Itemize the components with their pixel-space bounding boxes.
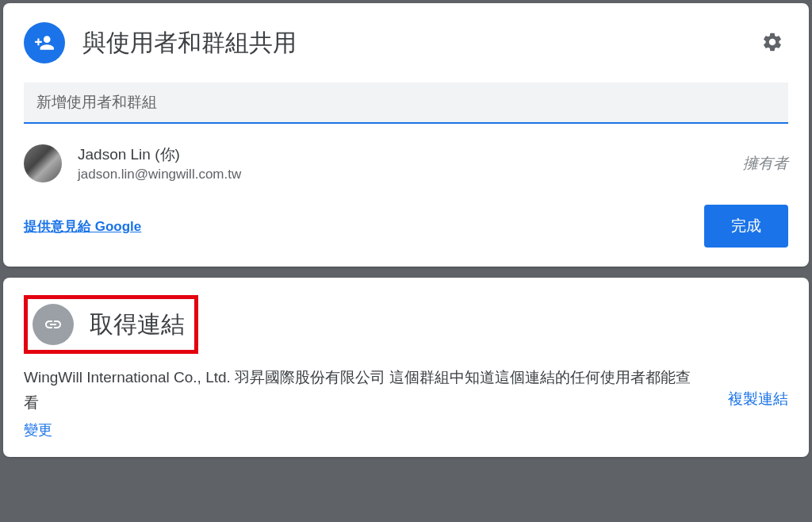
link-icon [33, 304, 74, 345]
change-link[interactable]: 變更 [24, 418, 52, 443]
user-name: Jadson Lin (你) [78, 144, 727, 165]
share-card-title: 與使用者和群組共用 [82, 27, 739, 59]
gear-icon [761, 31, 783, 53]
company-name: WingWill International Co., Ltd. 羽昇國際股份有… [24, 369, 385, 386]
copy-link-button[interactable]: 複製連結 [728, 365, 788, 409]
get-link-title: 取得連結 [90, 309, 185, 341]
link-desc-row: WingWill International Co., Ltd. 羽昇國際股份有… [24, 365, 788, 443]
add-people-input-container [24, 83, 788, 124]
share-card: 與使用者和群組共用 Jadson Lin (你) jadson.lin@wing… [3, 3, 809, 267]
done-button[interactable]: 完成 [704, 205, 788, 248]
get-link-header-highlight: 取得連結 [24, 295, 198, 354]
user-role: 擁有者 [743, 153, 788, 174]
feedback-link[interactable]: 提供意見給 Google [24, 217, 141, 236]
user-info: Jadson Lin (你) jadson.lin@wingwill.com.t… [78, 144, 727, 182]
share-card-header: 與使用者和群組共用 [24, 22, 788, 63]
add-people-input[interactable] [36, 94, 776, 111]
user-email: jadson.lin@wingwill.com.tw [78, 167, 727, 182]
person-add-icon [24, 22, 65, 63]
get-link-card: 取得連結 WingWill International Co., Ltd. 羽昇… [3, 278, 809, 457]
user-row: Jadson Lin (你) jadson.lin@wingwill.com.t… [24, 141, 788, 198]
link-description: WingWill International Co., Ltd. 羽昇國際股份有… [24, 365, 696, 443]
avatar [24, 144, 62, 182]
share-footer: 提供意見給 Google 完成 [24, 198, 788, 248]
settings-button[interactable] [756, 26, 788, 60]
